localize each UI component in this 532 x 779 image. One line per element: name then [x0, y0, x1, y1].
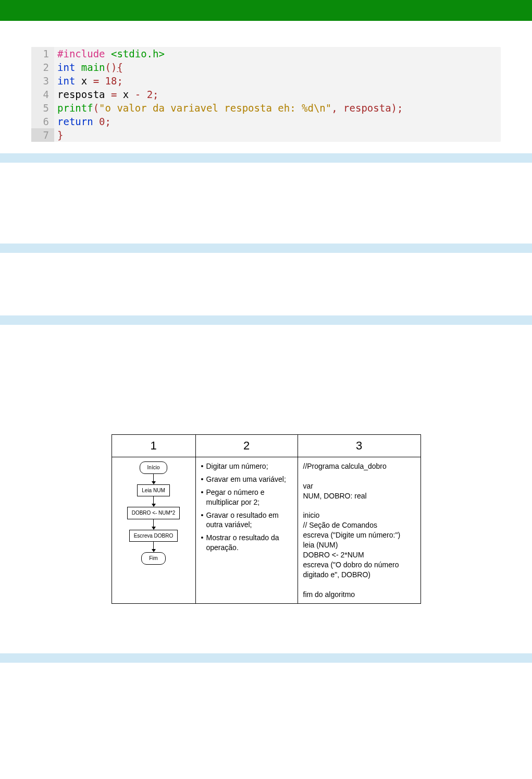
flow-read: Leia NUM	[137, 484, 169, 497]
line-number: 5	[31, 101, 54, 115]
code-line: }	[54, 128, 63, 142]
table-header: 3	[298, 435, 420, 457]
code-line: int x = 18;	[54, 74, 123, 88]
line-number: 1	[31, 47, 54, 60]
code-line: #include <stdio.h>	[54, 47, 165, 60]
code-block: 1#include <stdio.h>2int main(){3 int x =…	[31, 47, 501, 142]
pseudocode-cell: //Programa calcula_dobro var NUM, DOBRO:…	[298, 457, 420, 604]
steps-cell: Digitar um número;Gravar em uma variável…	[195, 457, 298, 604]
flow-arrow-icon	[152, 519, 156, 530]
flow-start: Início	[140, 461, 168, 474]
flowchart: Início Leia NUM DOBRO <- NUM*2 Escreva D…	[117, 461, 190, 565]
flowchart-cell: Início Leia NUM DOBRO <- NUM*2 Escreva D…	[112, 457, 195, 604]
header-green-bar	[0, 0, 532, 21]
divider-band	[0, 244, 532, 253]
table-header: 2	[195, 435, 298, 457]
flow-arrow-icon	[152, 542, 156, 552]
list-item: Gravar o resultado em outra variável;	[201, 510, 292, 530]
flow-arrow-icon	[152, 496, 156, 507]
line-number: 4	[31, 88, 54, 101]
code-line: int main(){	[54, 60, 123, 74]
line-number: 2	[31, 60, 54, 74]
code-line: resposta = x - 2;	[54, 88, 159, 101]
code-line: printf("o valor da variavel resposta eh:…	[54, 101, 403, 115]
table-header: 1	[112, 435, 195, 457]
list-item: Mostrar o resultado da operação.	[201, 533, 292, 553]
flow-arrow-icon	[152, 474, 156, 484]
page: 1#include <stdio.h>2int main(){3 int x =…	[0, 0, 532, 779]
divider-band	[0, 653, 532, 663]
comparison-table: 1 2 3 Início Leia NUM DOBRO <- NUM*2	[0, 434, 532, 604]
flow-write: Escreva DOBRO	[129, 530, 178, 542]
line-number: 7	[31, 128, 54, 142]
divider-band	[0, 153, 532, 163]
divider-band	[0, 315, 532, 325]
line-number: 3	[31, 74, 54, 88]
code-line: return 0;	[54, 115, 111, 128]
steps-list: Digitar um número;Gravar em uma variável…	[201, 461, 292, 553]
list-item: Digitar um número;	[201, 461, 292, 471]
line-number: 6	[31, 115, 54, 128]
flow-calc: DOBRO <- NUM*2	[127, 507, 180, 519]
flow-end: Fim	[141, 552, 166, 565]
list-item: Gravar em uma variável;	[201, 474, 292, 484]
list-item: Pegar o número e multiplicar por 2;	[201, 488, 292, 507]
